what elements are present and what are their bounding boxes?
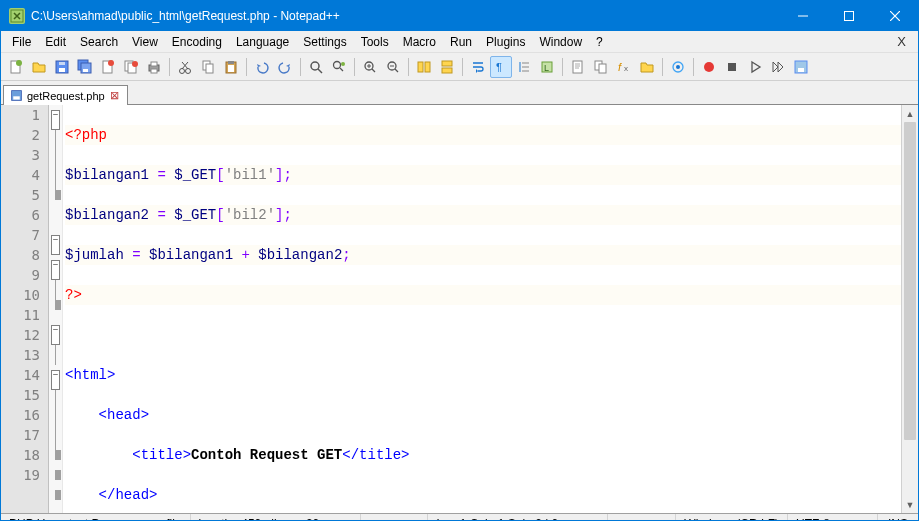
titlebar: C:\Users\ahmad\public_html\getRequest.ph… xyxy=(1,1,918,31)
play-macro-button[interactable] xyxy=(744,56,766,78)
menu-search[interactable]: Search xyxy=(73,33,125,51)
svg-point-30 xyxy=(311,62,319,70)
menu-help[interactable]: ? xyxy=(589,33,610,51)
scroll-up-button[interactable]: ▲ xyxy=(902,105,918,122)
indent-guide-button[interactable] xyxy=(513,56,535,78)
record-macro-button[interactable] xyxy=(698,56,720,78)
menu-encoding[interactable]: Encoding xyxy=(165,33,229,51)
menubar: File Edit Search View Encoding Language … xyxy=(1,31,918,53)
tab-label: getRequest.php xyxy=(27,90,105,102)
menu-run[interactable]: Run xyxy=(443,33,479,51)
status-length: length : 450 xyxy=(199,517,262,521)
svg-rect-9 xyxy=(59,62,65,65)
menu-macro[interactable]: Macro xyxy=(396,33,443,51)
menu-edit[interactable]: Edit xyxy=(38,33,73,51)
status-insert-mode[interactable]: INS xyxy=(878,514,918,521)
sync-h-button[interactable] xyxy=(436,56,458,78)
folder-workspace-button[interactable] xyxy=(636,56,658,78)
tabbar: getRequest.php ⊠ xyxy=(1,81,918,105)
close-file-button[interactable] xyxy=(97,56,119,78)
svg-text:L: L xyxy=(544,63,549,73)
svg-point-14 xyxy=(108,60,114,66)
svg-rect-43 xyxy=(425,62,430,72)
statusbar: PHP Hypertext Preprocessor file length :… xyxy=(1,513,918,521)
menu-tools[interactable]: Tools xyxy=(354,33,396,51)
vertical-scrollbar[interactable]: ▲ ▼ xyxy=(901,105,918,513)
menu-file[interactable]: File xyxy=(5,33,38,51)
new-file-button[interactable] xyxy=(5,56,27,78)
replace-button[interactable] xyxy=(328,56,350,78)
menubar-close-x[interactable]: X xyxy=(889,34,914,49)
svg-rect-20 xyxy=(151,69,157,73)
doc-list-button[interactable] xyxy=(590,56,612,78)
svg-point-17 xyxy=(132,61,138,67)
code-area[interactable]: <?php $bilangan1 = $_GET['bil1']; $bilan… xyxy=(63,105,901,513)
undo-button[interactable] xyxy=(251,56,273,78)
status-language: PHP Hypertext Preprocessor file xyxy=(1,514,191,521)
svg-rect-19 xyxy=(151,62,157,66)
svg-rect-12 xyxy=(83,69,88,72)
svg-rect-2 xyxy=(845,12,854,21)
cut-button[interactable] xyxy=(174,56,196,78)
svg-point-21 xyxy=(180,68,185,73)
redo-button[interactable] xyxy=(274,56,296,78)
open-file-button[interactable] xyxy=(28,56,50,78)
svg-point-6 xyxy=(16,60,22,66)
line-number-gutter: 123 456 789 101112 131415 161718 19 xyxy=(1,105,49,513)
svg-point-34 xyxy=(341,62,345,66)
sync-v-button[interactable] xyxy=(413,56,435,78)
menu-language[interactable]: Language xyxy=(229,33,296,51)
svg-rect-45 xyxy=(442,68,452,73)
toolbar: ¶ L fx xyxy=(1,53,918,81)
svg-rect-58 xyxy=(599,64,606,73)
wordwrap-button[interactable] xyxy=(467,56,489,78)
save-macro-button[interactable] xyxy=(790,56,812,78)
show-all-chars-button[interactable]: ¶ xyxy=(490,56,512,78)
svg-rect-26 xyxy=(206,64,213,73)
copy-button[interactable] xyxy=(197,56,219,78)
svg-line-33 xyxy=(340,68,343,71)
tab-close-icon[interactable]: ⊠ xyxy=(109,90,121,102)
fold-column[interactable]: − − − − − xyxy=(49,105,63,513)
svg-rect-53 xyxy=(573,61,582,73)
file-tab[interactable]: getRequest.php ⊠ xyxy=(3,85,128,105)
svg-rect-64 xyxy=(728,63,736,71)
monitor-button[interactable] xyxy=(667,56,689,78)
status-encoding[interactable]: UTF-8 xyxy=(788,514,878,521)
close-button[interactable] xyxy=(872,1,918,31)
find-button[interactable] xyxy=(305,56,327,78)
svg-point-22 xyxy=(186,68,191,73)
zoom-out-button[interactable] xyxy=(382,56,404,78)
svg-rect-8 xyxy=(59,68,65,72)
svg-line-40 xyxy=(395,69,398,72)
func-list-button[interactable]: fx xyxy=(613,56,635,78)
menu-plugins[interactable]: Plugins xyxy=(479,33,532,51)
maximize-button[interactable] xyxy=(826,1,872,31)
menu-window[interactable]: Window xyxy=(532,33,589,51)
scroll-thumb[interactable] xyxy=(904,122,916,440)
svg-rect-68 xyxy=(13,96,20,99)
play-multi-button[interactable] xyxy=(767,56,789,78)
udl-button[interactable]: L xyxy=(536,56,558,78)
doc-map-button[interactable] xyxy=(567,56,589,78)
minimize-button[interactable] xyxy=(780,1,826,31)
svg-text:x: x xyxy=(624,64,628,73)
save-button[interactable] xyxy=(51,56,73,78)
print-button[interactable] xyxy=(143,56,165,78)
save-all-button[interactable] xyxy=(74,56,96,78)
status-lines: lines : 20 xyxy=(271,517,319,521)
svg-rect-66 xyxy=(798,68,804,72)
zoom-in-button[interactable] xyxy=(359,56,381,78)
paste-button[interactable] xyxy=(220,56,242,78)
scroll-down-button[interactable]: ▼ xyxy=(902,496,918,513)
editor: 123 456 789 101112 131415 161718 19 − − … xyxy=(1,105,918,513)
close-all-button[interactable] xyxy=(120,56,142,78)
menu-view[interactable]: View xyxy=(125,33,165,51)
stop-macro-button[interactable] xyxy=(721,56,743,78)
menu-settings[interactable]: Settings xyxy=(296,33,353,51)
status-eol[interactable]: Windows (CR LF) xyxy=(676,514,788,521)
svg-text:f: f xyxy=(618,61,622,73)
svg-line-36 xyxy=(372,69,375,72)
svg-rect-29 xyxy=(228,65,234,72)
svg-point-63 xyxy=(704,62,714,72)
